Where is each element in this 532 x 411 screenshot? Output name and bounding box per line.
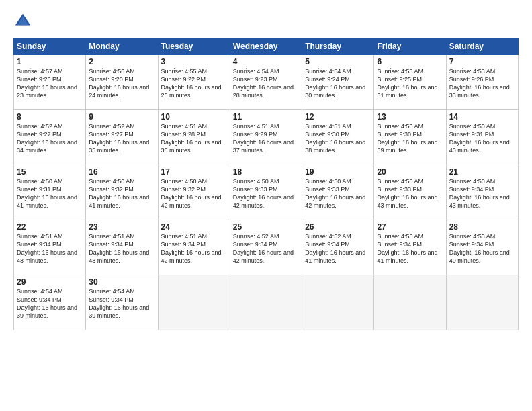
day-info: Sunrise: 4:51 AMSunset: 9:30 PMDaylight:… bbox=[305, 122, 371, 155]
day-number: 15 bbox=[17, 167, 83, 177]
day-number: 4 bbox=[233, 57, 299, 66]
day-info: Sunrise: 4:51 AMSunset: 9:34 PMDaylight:… bbox=[89, 232, 154, 265]
day-number: 8 bbox=[17, 112, 83, 122]
day-number: 18 bbox=[233, 167, 299, 177]
calendar-day-cell bbox=[374, 275, 446, 330]
calendar-day-cell: 13 Sunrise: 4:50 AMSunset: 9:30 PMDaylig… bbox=[374, 110, 446, 165]
weekday-header: Thursday bbox=[302, 38, 374, 55]
calendar-day-cell: 18 Sunrise: 4:50 AMSunset: 9:33 PMDaylig… bbox=[230, 165, 302, 220]
day-number: 22 bbox=[17, 222, 83, 232]
page: SundayMondayTuesdayWednesdayThursdayFrid… bbox=[0, 0, 532, 411]
calendar-day-cell: 5 Sunrise: 4:54 AMSunset: 9:24 PMDayligh… bbox=[302, 55, 374, 110]
calendar-day-cell bbox=[302, 275, 374, 330]
day-info: Sunrise: 4:50 AMSunset: 9:34 PMDaylight:… bbox=[449, 177, 515, 210]
day-info: Sunrise: 4:51 AMSunset: 9:28 PMDaylight:… bbox=[161, 122, 227, 155]
calendar-day-cell: 23 Sunrise: 4:51 AMSunset: 9:34 PMDaylig… bbox=[86, 220, 158, 275]
calendar-day-cell: 7 Sunrise: 4:53 AMSunset: 9:26 PMDayligh… bbox=[446, 55, 518, 110]
day-number: 11 bbox=[233, 112, 299, 122]
day-number: 5 bbox=[305, 57, 371, 66]
weekday-header: Sunday bbox=[14, 38, 86, 55]
calendar-day-cell: 28 Sunrise: 4:53 AMSunset: 9:34 PMDaylig… bbox=[446, 220, 518, 275]
day-info: Sunrise: 4:50 AMSunset: 9:32 PMDaylight:… bbox=[161, 177, 227, 210]
day-info: Sunrise: 4:52 AMSunset: 9:34 PMDaylight:… bbox=[305, 232, 371, 265]
day-number: 21 bbox=[449, 167, 515, 177]
calendar-day-cell: 30 Sunrise: 4:54 AMSunset: 9:34 PMDaylig… bbox=[86, 275, 158, 330]
day-info: Sunrise: 4:50 AMSunset: 9:33 PMDaylight:… bbox=[377, 177, 443, 210]
day-info: Sunrise: 4:50 AMSunset: 9:30 PMDaylight:… bbox=[377, 122, 443, 155]
day-number: 27 bbox=[377, 222, 443, 232]
calendar-week-row: 29 Sunrise: 4:54 AMSunset: 9:34 PMDaylig… bbox=[14, 275, 519, 330]
calendar-day-cell: 1 Sunrise: 4:57 AMSunset: 9:20 PMDayligh… bbox=[14, 55, 86, 110]
calendar-day-cell: 4 Sunrise: 4:54 AMSunset: 9:23 PMDayligh… bbox=[230, 55, 302, 110]
calendar-day-cell: 22 Sunrise: 4:51 AMSunset: 9:34 PMDaylig… bbox=[14, 220, 86, 275]
day-number: 13 bbox=[377, 112, 443, 122]
calendar-day-cell: 19 Sunrise: 4:50 AMSunset: 9:33 PMDaylig… bbox=[302, 165, 374, 220]
day-number: 19 bbox=[305, 167, 371, 177]
day-number: 7 bbox=[449, 57, 515, 66]
calendar-day-cell: 15 Sunrise: 4:50 AMSunset: 9:31 PMDaylig… bbox=[14, 165, 86, 220]
day-number: 16 bbox=[89, 167, 154, 177]
calendar-week-row: 8 Sunrise: 4:52 AMSunset: 9:27 PMDayligh… bbox=[14, 110, 519, 165]
day-info: Sunrise: 4:50 AMSunset: 9:31 PMDaylight:… bbox=[17, 177, 83, 210]
calendar-day-cell bbox=[446, 275, 518, 330]
calendar-day-cell: 12 Sunrise: 4:51 AMSunset: 9:30 PMDaylig… bbox=[302, 110, 374, 165]
day-info: Sunrise: 4:53 AMSunset: 9:25 PMDaylight:… bbox=[377, 67, 443, 100]
calendar-day-cell: 25 Sunrise: 4:52 AMSunset: 9:34 PMDaylig… bbox=[230, 220, 302, 275]
day-number: 20 bbox=[377, 167, 443, 177]
day-number: 3 bbox=[161, 57, 227, 66]
day-number: 10 bbox=[161, 112, 227, 122]
day-info: Sunrise: 4:56 AMSunset: 9:20 PMDaylight:… bbox=[89, 67, 154, 100]
day-info: Sunrise: 4:50 AMSunset: 9:31 PMDaylight:… bbox=[449, 122, 515, 155]
weekday-header: Saturday bbox=[446, 38, 518, 55]
day-number: 30 bbox=[89, 277, 154, 287]
day-info: Sunrise: 4:55 AMSunset: 9:22 PMDaylight:… bbox=[161, 67, 227, 100]
day-number: 23 bbox=[89, 222, 154, 232]
weekday-header: Tuesday bbox=[158, 38, 230, 55]
weekday-header: Friday bbox=[374, 38, 446, 55]
calendar-day-cell: 24 Sunrise: 4:51 AMSunset: 9:34 PMDaylig… bbox=[158, 220, 230, 275]
day-number: 6 bbox=[377, 57, 443, 66]
calendar-day-cell: 27 Sunrise: 4:53 AMSunset: 9:34 PMDaylig… bbox=[374, 220, 446, 275]
day-info: Sunrise: 4:54 AMSunset: 9:24 PMDaylight:… bbox=[305, 67, 371, 100]
calendar-day-cell: 17 Sunrise: 4:50 AMSunset: 9:32 PMDaylig… bbox=[158, 165, 230, 220]
day-info: Sunrise: 4:54 AMSunset: 9:34 PMDaylight:… bbox=[89, 287, 154, 320]
day-info: Sunrise: 4:52 AMSunset: 9:27 PMDaylight:… bbox=[17, 122, 83, 155]
calendar-day-cell: 8 Sunrise: 4:52 AMSunset: 9:27 PMDayligh… bbox=[14, 110, 86, 165]
day-info: Sunrise: 4:57 AMSunset: 9:20 PMDaylight:… bbox=[17, 67, 83, 100]
weekday-header: Monday bbox=[86, 38, 158, 55]
day-info: Sunrise: 4:51 AMSunset: 9:34 PMDaylight:… bbox=[161, 232, 227, 265]
calendar-day-cell: 29 Sunrise: 4:54 AMSunset: 9:34 PMDaylig… bbox=[14, 275, 86, 330]
day-info: Sunrise: 4:51 AMSunset: 9:29 PMDaylight:… bbox=[233, 122, 299, 155]
calendar-day-cell bbox=[158, 275, 230, 330]
weekday-header: Wednesday bbox=[230, 38, 302, 55]
day-number: 25 bbox=[233, 222, 299, 232]
day-info: Sunrise: 4:51 AMSunset: 9:34 PMDaylight:… bbox=[17, 232, 83, 265]
day-number: 14 bbox=[449, 112, 515, 122]
calendar-table: SundayMondayTuesdayWednesdayThursdayFrid… bbox=[13, 38, 519, 330]
day-info: Sunrise: 4:50 AMSunset: 9:32 PMDaylight:… bbox=[89, 177, 154, 210]
day-info: Sunrise: 4:54 AMSunset: 9:23 PMDaylight:… bbox=[233, 67, 299, 100]
day-info: Sunrise: 4:52 AMSunset: 9:34 PMDaylight:… bbox=[233, 232, 299, 265]
day-number: 28 bbox=[449, 222, 515, 232]
day-info: Sunrise: 4:50 AMSunset: 9:33 PMDaylight:… bbox=[233, 177, 299, 210]
day-info: Sunrise: 4:52 AMSunset: 9:27 PMDaylight:… bbox=[89, 122, 154, 155]
calendar-week-row: 22 Sunrise: 4:51 AMSunset: 9:34 PMDaylig… bbox=[14, 220, 519, 275]
calendar-day-cell: 20 Sunrise: 4:50 AMSunset: 9:33 PMDaylig… bbox=[374, 165, 446, 220]
day-number: 2 bbox=[89, 57, 154, 66]
header bbox=[13, 12, 519, 31]
day-info: Sunrise: 4:54 AMSunset: 9:34 PMDaylight:… bbox=[17, 287, 83, 320]
calendar-week-row: 1 Sunrise: 4:57 AMSunset: 9:20 PMDayligh… bbox=[14, 55, 519, 110]
calendar-day-cell: 11 Sunrise: 4:51 AMSunset: 9:29 PMDaylig… bbox=[230, 110, 302, 165]
calendar-day-cell: 16 Sunrise: 4:50 AMSunset: 9:32 PMDaylig… bbox=[86, 165, 158, 220]
day-number: 1 bbox=[17, 57, 83, 66]
calendar-day-cell: 3 Sunrise: 4:55 AMSunset: 9:22 PMDayligh… bbox=[158, 55, 230, 110]
day-number: 26 bbox=[305, 222, 371, 232]
day-number: 24 bbox=[161, 222, 227, 232]
day-number: 29 bbox=[17, 277, 83, 287]
logo bbox=[13, 12, 35, 31]
day-number: 9 bbox=[89, 112, 154, 122]
calendar-day-cell: 9 Sunrise: 4:52 AMSunset: 9:27 PMDayligh… bbox=[86, 110, 158, 165]
calendar-header-row: SundayMondayTuesdayWednesdayThursdayFrid… bbox=[14, 38, 519, 55]
calendar-day-cell: 26 Sunrise: 4:52 AMSunset: 9:34 PMDaylig… bbox=[302, 220, 374, 275]
calendar-day-cell: 10 Sunrise: 4:51 AMSunset: 9:28 PMDaylig… bbox=[158, 110, 230, 165]
